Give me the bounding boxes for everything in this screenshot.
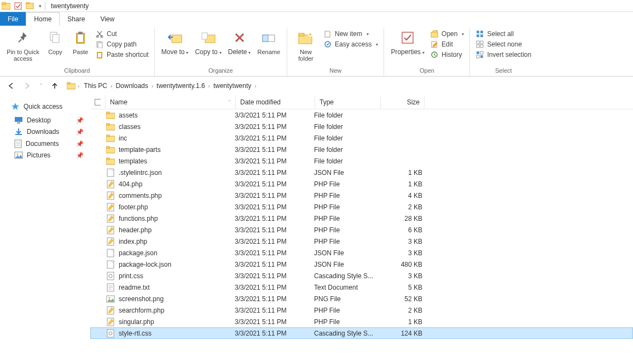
file-row[interactable]: classes3/3/2021 5:11 PMFile folder [90, 121, 633, 132]
sidebar-quick-access[interactable]: Quick access [3, 101, 87, 113]
file-row[interactable]: print.css3/3/2021 5:11 PMCascading Style… [90, 270, 633, 281]
file-date: 3/3/2021 5:11 PM [235, 123, 314, 131]
sidebar-item-icon [14, 139, 22, 148]
new-item-button[interactable]: New item▾ [321, 29, 380, 39]
new-folder-button[interactable]: New folder [291, 28, 321, 63]
file-row[interactable]: searchform.php3/3/2021 5:11 PMPHP File2 … [90, 304, 633, 316]
file-row[interactable]: template-parts3/3/2021 5:11 PMFile folde… [90, 144, 633, 155]
svg-rect-57 [106, 112, 109, 114]
sidebar-item[interactable]: Desktop📌 [3, 115, 87, 126]
recent-dropdown[interactable]: ˅ [37, 79, 45, 92]
file-row[interactable]: .stylelintrc.json3/3/2021 5:11 PMJSON Fi… [90, 167, 633, 178]
tab-file[interactable]: File [0, 12, 26, 26]
svg-rect-14 [98, 43, 102, 48]
tab-share[interactable]: Share [60, 12, 92, 26]
open-button[interactable]: Open▾ [428, 29, 466, 39]
chevron-right-icon[interactable]: › [207, 83, 211, 89]
paste-button[interactable]: Paste [68, 28, 93, 56]
properties-button[interactable]: Properties▾ [387, 28, 428, 57]
invert-selection-button[interactable]: Invert selection [473, 50, 533, 60]
easy-access-button[interactable]: Easy access▾ [321, 39, 380, 49]
sidebar-item-icon [14, 127, 23, 136]
group-organize: Move to▾ Copy to▾ Delete▾ Rename Organiz… [155, 28, 287, 76]
svg-rect-59 [106, 124, 109, 125]
qat-newfolder-icon[interactable] [24, 0, 36, 12]
breadcrumb[interactable]: twentytwenty [211, 82, 253, 90]
copy-to-button[interactable]: Copy to▾ [191, 28, 224, 57]
history-button[interactable]: History [428, 50, 466, 60]
qat-dropdown-icon[interactable]: ▾ [36, 0, 44, 12]
copy-icon [47, 29, 64, 46]
file-row[interactable]: package.json3/3/2021 5:11 PMJSON File3 K… [90, 247, 633, 259]
column-size[interactable]: Size [381, 95, 425, 109]
sidebar-item[interactable]: Downloads📌 [3, 126, 87, 138]
group-new-label: New [291, 66, 380, 76]
file-type: PHP File [314, 318, 380, 326]
address-bar[interactable]: › This PC›Downloads›twentytwenty.1.6›twe… [65, 79, 260, 92]
file-row[interactable]: readme.txt3/3/2021 5:11 PMText Document5… [90, 281, 633, 293]
chevron-right-icon[interactable]: › [253, 83, 257, 89]
forward-button[interactable] [21, 79, 34, 92]
file-row[interactable]: footer.php3/3/2021 5:11 PMPHP File2 KB [90, 201, 633, 213]
svg-rect-9 [78, 34, 83, 42]
chevron-right-icon[interactable]: › [150, 83, 154, 89]
cut-button[interactable]: Cut [93, 29, 151, 39]
file-row[interactable]: assets3/3/2021 5:11 PMFile folder [90, 109, 633, 121]
file-date: 3/3/2021 5:11 PM [235, 238, 314, 245]
qat-properties-icon[interactable] [12, 0, 24, 12]
file-row[interactable]: comments.php3/3/2021 5:11 PMPHP File4 KB [90, 190, 633, 201]
file-row[interactable]: templates3/3/2021 5:11 PMFile folder [90, 155, 633, 167]
breadcrumb[interactable]: twentytwenty.1.6 [154, 82, 207, 90]
file-date: 3/3/2021 5:11 PM [235, 111, 314, 119]
tab-view[interactable]: View [92, 12, 122, 26]
chevron-right-icon[interactable]: › [77, 83, 80, 89]
edit-button[interactable]: Edit [428, 39, 466, 49]
column-name[interactable]: Name˄ [106, 95, 236, 109]
copy-button[interactable]: Copy [43, 28, 68, 56]
pin-quick-access-button[interactable]: Pin to Quick access [3, 28, 43, 63]
move-to-icon [166, 29, 184, 46]
up-button[interactable] [48, 79, 61, 92]
rename-button[interactable]: Rename [254, 28, 283, 56]
sidebar-item[interactable]: Pictures📌 [3, 150, 87, 161]
window-title: twentytwenty [47, 2, 89, 10]
back-button[interactable] [4, 79, 18, 92]
tab-home[interactable]: Home [26, 12, 60, 26]
file-row[interactable]: inc3/3/2021 5:11 PMFile folder [90, 132, 633, 144]
column-checkbox[interactable] [90, 95, 106, 109]
file-row[interactable]: header.php3/3/2021 5:11 PMPHP File6 KB [90, 224, 633, 236]
file-row[interactable]: singular.php3/3/2021 5:11 PMPHP File1 KB [90, 316, 633, 327]
file-name: readme.txt [119, 284, 235, 291]
select-none-button[interactable]: Select none [473, 39, 533, 49]
file-size: 1 KB [380, 318, 422, 326]
svg-rect-85 [107, 330, 114, 337]
file-type: PHP File [314, 215, 380, 222]
file-row[interactable]: style-rtl.css3/3/2021 5:11 PMCascading S… [90, 327, 633, 339]
move-to-button[interactable]: Move to▾ [158, 28, 192, 57]
file-date: 3/3/2021 5:11 PM [235, 318, 314, 326]
file-type: PHP File [314, 238, 380, 245]
file-row[interactable]: 404.php3/3/2021 5:11 PMPHP File1 KB [90, 178, 633, 190]
sidebar-item[interactable]: Documents📌 [3, 138, 87, 150]
select-all-button[interactable]: Select all [473, 29, 533, 39]
star-icon [11, 102, 20, 111]
copy-path-button[interactable]: Copy path [93, 39, 151, 49]
breadcrumb[interactable]: Downloads [113, 82, 150, 90]
file-row[interactable]: package-lock.json3/3/2021 5:11 PMJSON Fi… [90, 259, 633, 270]
svg-point-82 [109, 297, 111, 298]
file-row[interactable]: functions.php3/3/2021 5:11 PMPHP File28 … [90, 213, 633, 224]
file-name: package-lock.json [119, 261, 235, 268]
file-type: Cascading Style S... [314, 330, 380, 337]
paste-shortcut-button[interactable]: Paste shortcut [93, 50, 151, 60]
column-date[interactable]: Date modified [236, 95, 315, 109]
svg-rect-75 [107, 272, 114, 280]
file-icon [106, 306, 115, 315]
column-type[interactable]: Type [315, 95, 381, 109]
file-icon [106, 179, 115, 189]
delete-button[interactable]: Delete▾ [225, 28, 254, 57]
file-row[interactable]: screenshot.png3/3/2021 5:11 PMPNG File52… [90, 293, 633, 304]
file-row[interactable]: index.php3/3/2021 5:11 PMPHP File3 KB [90, 236, 633, 247]
svg-rect-43 [480, 55, 483, 58]
breadcrumb[interactable]: This PC [82, 82, 109, 90]
new-item-icon [323, 30, 332, 38]
